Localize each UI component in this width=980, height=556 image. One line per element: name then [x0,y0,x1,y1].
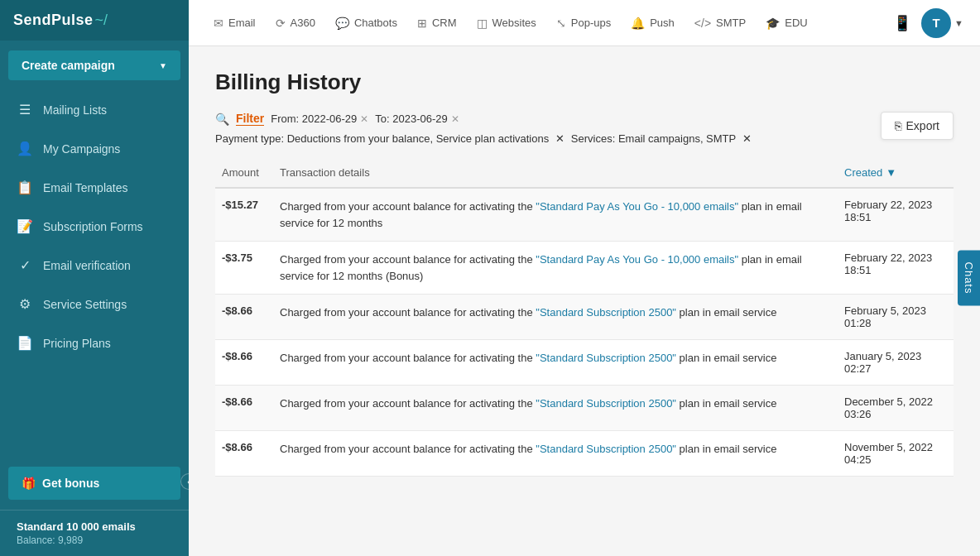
filter-from-tag: From: 2022-06-29 ✕ [271,113,368,125]
chevron-down-icon[interactable]: ▼ [954,18,963,28]
create-campaign-label: Create campaign [22,59,115,72]
filter-to-label: To: 2023-06-29 [375,113,447,125]
page-title: Billing History [215,70,954,95]
export-icon: ⎘ [895,119,901,132]
sidebar-item-label: Email verification [43,259,131,272]
amount-cell: -$8.66 [215,295,273,340]
table-row: -$8.66Charged from your account balance … [215,340,954,386]
date-cell: February 22, 202318:51 [838,242,954,295]
table-row: -$3.75Charged from your account balance … [215,242,954,295]
filter-to-clear[interactable]: ✕ [451,113,459,125]
sidebar-item-label: Email Templates [43,181,127,194]
sidebar-item-email-verification[interactable]: ✓ Email verification [0,246,189,285]
main-area: ✉ Email ⟳ A360 💬 Chatbots ⊞ CRM ◫ Websit… [189,0,980,556]
nav-popups[interactable]: ⤡ Pop-ups [548,10,619,36]
filter-button[interactable]: Filter [236,112,264,126]
nav-smtp-label: SMTP [716,17,746,29]
content-area: Billing History 🔍 Filter From: 2022-06-2… [189,46,980,556]
sidebar-item-my-campaigns[interactable]: 👤 My Campaigns [0,129,189,168]
mobile-icon[interactable]: 📱 [886,7,918,39]
table-row: -$8.66Charged from your account balance … [215,431,954,477]
email-icon: ✉ [214,17,223,30]
chevron-down-icon: ▼ [159,61,167,70]
filter-from-label: From: 2022-06-29 [271,113,357,125]
get-bonus-label: Get bonus [42,477,99,490]
payment-type-filter: Payment type: Deductions from your balan… [215,132,564,145]
sidebar-item-service-settings[interactable]: ⚙ Service Settings [0,285,189,324]
nav-websites-label: Websites [492,17,536,29]
check-icon: ✓ [17,257,33,273]
date-cell: December 5, 202203:26 [838,386,954,431]
nav-smtp[interactable]: </> SMTP [686,10,754,36]
top-navigation: ✉ Email ⟳ A360 💬 Chatbots ⊞ CRM ◫ Websit… [189,0,980,46]
nav-a360[interactable]: ⟳ A360 [267,10,324,36]
sort-icon: ▼ [886,166,896,179]
details-cell: Charged from your account balance for ac… [273,295,838,340]
date-cell: November 5, 202204:25 [838,431,954,477]
nav-push-label: Push [650,17,675,29]
nav-crm-label: CRM [432,17,457,29]
nav-websites[interactable]: ◫ Websites [468,10,545,36]
chats-tab[interactable]: Chats [958,251,980,306]
nav-crm[interactable]: ⊞ CRM [409,10,465,36]
filter-bar: 🔍 Filter From: 2022-06-29 ✕ To: 2023-06-… [215,112,954,148]
sidebar: SendPulse ~/ Create campaign ▼ ☰ Mailing… [0,0,189,556]
document-icon: 📄 [17,335,33,351]
push-icon: 🔔 [631,17,645,30]
sidebar-item-label: Subscription Forms [43,220,143,233]
amount-cell: -$15.27 [215,188,273,242]
template-icon: 📋 [17,180,33,195]
list-icon: ☰ [17,102,33,117]
nav-email[interactable]: ✉ Email [205,10,264,36]
details-cell: Charged from your account balance for ac… [273,188,838,242]
services-clear[interactable]: ✕ [742,132,752,145]
a360-icon: ⟳ [276,17,286,30]
avatar[interactable]: T [921,8,951,38]
sidebar-item-mailing-lists[interactable]: ☰ Mailing Lists [0,90,189,129]
edu-icon: 🎓 [766,17,780,30]
date-cell: February 22, 202318:51 [838,188,954,242]
gear-icon: ⚙ [17,296,33,312]
table-header-row: Amount Transaction details Created ▼ [215,158,954,188]
sidebar-item-pricing-plans[interactable]: 📄 Pricing Plans [0,324,189,362]
amount-cell: -$8.66 [215,340,273,386]
nav-edu[interactable]: 🎓 EDU [757,10,815,36]
sidebar-footer: Standard 10 000 emails Balance: 9,989 [0,510,189,556]
plan-name: Standard 10 000 emails [17,520,172,533]
details-cell: Charged from your account balance for ac… [273,431,838,477]
nav-chatbots[interactable]: 💬 Chatbots [327,10,406,36]
filter-from-clear[interactable]: ✕ [360,113,368,125]
export-button[interactable]: ⎘ Export [881,112,954,140]
sidebar-item-label: Mailing Lists [43,103,107,117]
filter-row: 🔍 Filter From: 2022-06-29 ✕ To: 2023-06-… [215,112,954,126]
nav-email-label: Email [228,17,256,29]
payment-type-clear[interactable]: ✕ [555,132,564,145]
search-icon: 🔍 [215,113,229,126]
sidebar-item-label: My Campaigns [43,142,120,156]
smtp-icon: </> [694,17,711,30]
col-transaction-details: Transaction details [273,158,838,188]
logo-area: SendPulse ~/ [0,0,189,41]
logo-wave: ~/ [95,12,108,29]
sidebar-item-label: Service Settings [43,298,127,311]
col-amount: Amount [215,158,273,188]
sidebar-item-label: Pricing Plans [43,337,111,350]
details-cell: Charged from your account balance for ac… [273,340,838,386]
get-bonus-button[interactable]: 🎁 Get bonus [8,467,180,500]
filter-to-tag: To: 2023-06-29 ✕ [375,113,459,125]
sidebar-item-email-templates[interactable]: 📋 Email Templates [0,168,189,207]
details-cell: Charged from your account balance for ac… [273,386,838,431]
balance-info: Balance: 9,989 [17,534,172,546]
table-row: -$8.66Charged from your account balance … [215,386,954,431]
export-label: Export [906,119,939,132]
nav-push[interactable]: 🔔 Push [622,10,683,36]
details-cell: Charged from your account balance for ac… [273,242,838,295]
websites-icon: ◫ [477,17,488,30]
nav-chatbots-label: Chatbots [354,17,397,29]
col-created[interactable]: Created ▼ [838,158,954,187]
person-icon: 👤 [17,141,33,156]
create-campaign-button[interactable]: Create campaign ▼ [8,50,180,80]
table-row: -$8.66Charged from your account balance … [215,295,954,340]
date-cell: January 5, 202302:27 [838,340,954,386]
sidebar-item-subscription-forms[interactable]: 📝 Subscription Forms [0,207,189,246]
